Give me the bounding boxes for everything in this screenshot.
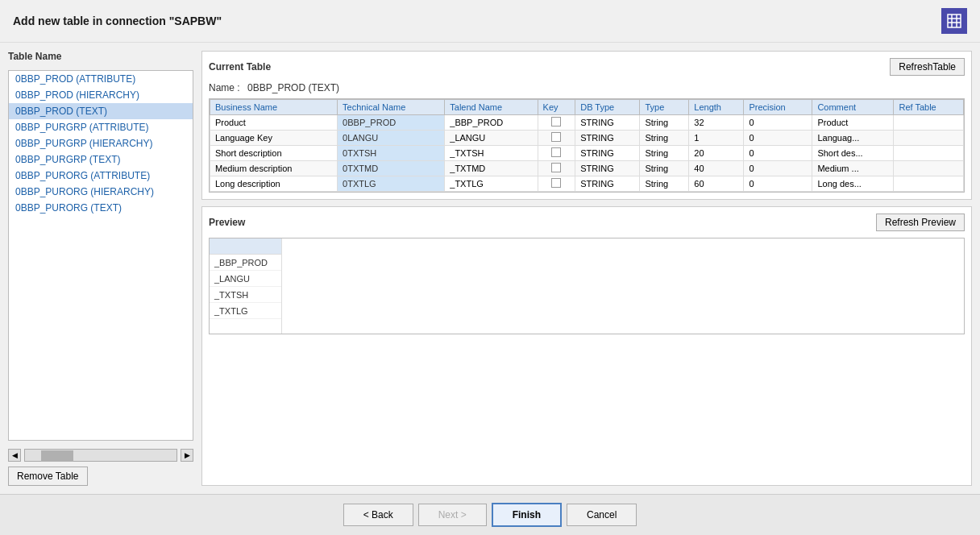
table-cell: 0TXTMD bbox=[338, 161, 445, 176]
table-list-item[interactable]: 0BBP_PROD (ATTRIBUTE) bbox=[9, 71, 193, 87]
table-cell: 0 bbox=[744, 146, 812, 161]
table-cell: 1 bbox=[689, 131, 744, 146]
table-cell: STRING bbox=[575, 176, 640, 192]
preview-col-header bbox=[210, 238, 281, 255]
table-row: Product0BBP_PROD_BBP_PRODSTRINGString320… bbox=[210, 115, 964, 131]
table-list-item[interactable]: 0BBP_PURGRP (ATTRIBUTE) bbox=[9, 119, 193, 135]
column-header: Key bbox=[538, 100, 575, 115]
table-cell: _BBP_PROD bbox=[445, 115, 538, 131]
table-cell: String bbox=[640, 146, 689, 161]
scroll-right-arrow[interactable]: ▶ bbox=[181, 449, 193, 462]
remove-table-button[interactable]: Remove Table bbox=[8, 467, 88, 486]
table-cell: Languag... bbox=[812, 131, 894, 146]
table-cell: String bbox=[640, 176, 689, 192]
cancel-button[interactable]: Cancel bbox=[567, 504, 637, 526]
refresh-table-button[interactable]: RefreshTable bbox=[890, 58, 965, 76]
table-cell: _TXTMD bbox=[445, 161, 538, 176]
table-cell: Language Key bbox=[210, 131, 338, 146]
scroll-track bbox=[24, 449, 177, 462]
column-header: DB Type bbox=[575, 100, 640, 115]
table-row: Short description0TXTSH_TXTSHSTRINGStrin… bbox=[210, 146, 964, 161]
table-icon bbox=[941, 8, 967, 34]
preview-area: _BBP_PROD_LANGU_TXTSH_TXTLG bbox=[209, 238, 965, 334]
table-scroll-wrapper: Business NameTechnical NameTalend NameKe… bbox=[209, 98, 965, 193]
next-button: Next > bbox=[418, 504, 487, 526]
table-cell: _TXTLG bbox=[445, 176, 538, 192]
back-button[interactable]: < Back bbox=[343, 504, 413, 526]
table-row: Long description0TXTLG_TXTLGSTRINGString… bbox=[210, 176, 964, 192]
table-cell: 0 bbox=[744, 161, 812, 176]
preview-row-label: _TXTSH bbox=[210, 287, 281, 303]
table-cell: 40 bbox=[689, 161, 744, 176]
table-cell: String bbox=[640, 115, 689, 131]
scroll-left-arrow[interactable]: ◀ bbox=[8, 449, 21, 462]
table-cell: 60 bbox=[689, 176, 744, 192]
scrollbar: ◀ ▶ bbox=[8, 449, 193, 462]
column-header: Talend Name bbox=[445, 100, 538, 115]
refresh-preview-button[interactable]: Refresh Preview bbox=[876, 214, 965, 231]
table-cell: Product bbox=[812, 115, 894, 131]
table-list-item[interactable]: 0BBP_PROD (TEXT) bbox=[9, 103, 193, 119]
table-cell bbox=[894, 115, 964, 131]
table-list-item[interactable]: 0BBP_PURORG (HIERARCHY) bbox=[9, 184, 193, 200]
key-checkbox[interactable] bbox=[551, 132, 561, 142]
table-cell bbox=[894, 161, 964, 176]
table-cell bbox=[894, 176, 964, 192]
table-cell: 32 bbox=[689, 115, 744, 131]
right-panel: Current Table RefreshTable Name : 0BBP_P… bbox=[201, 51, 972, 486]
table-list-item[interactable]: 0BBP_PROD (HIERARCHY) bbox=[9, 87, 193, 103]
table-cell: Long description bbox=[210, 176, 338, 192]
table-cell: Short description bbox=[210, 146, 338, 161]
svg-rect-0 bbox=[948, 15, 961, 27]
table-cell: 0 bbox=[744, 176, 812, 192]
table-cell: 0LANGU bbox=[338, 131, 445, 146]
key-checkbox[interactable] bbox=[551, 178, 561, 188]
current-table-section: Current Table RefreshTable Name : 0BBP_P… bbox=[201, 51, 972, 200]
table-name-label: Table Name bbox=[8, 51, 193, 62]
table-cell: 0TXTSH bbox=[338, 146, 445, 161]
table-row: Medium description0TXTMD_TXTMDSTRINGStri… bbox=[210, 161, 964, 176]
table-cell bbox=[538, 161, 575, 176]
table-row: Language Key0LANGU_LANGUSTRINGString10La… bbox=[210, 131, 964, 146]
table-cell: STRING bbox=[575, 131, 640, 146]
column-header: Type bbox=[640, 100, 689, 115]
table-list-item[interactable]: 0BBP_PURGRP (TEXT) bbox=[9, 151, 193, 168]
table-cell: String bbox=[640, 131, 689, 146]
table-cell bbox=[538, 146, 575, 161]
table-list-item[interactable]: 0BBP_PURORG (TEXT) bbox=[9, 200, 193, 216]
main-content: Table Name 0BBP_PROD (ATTRIBUTE)0BBP_PRO… bbox=[0, 43, 980, 494]
column-header: Precision bbox=[744, 100, 812, 115]
table-list: 0BBP_PROD (ATTRIBUTE)0BBP_PROD (HIERARCH… bbox=[8, 70, 193, 441]
title-bar: Add new table in connection "SAPBW" bbox=[0, 0, 980, 43]
scroll-thumb bbox=[41, 450, 73, 462]
finish-button[interactable]: Finish bbox=[492, 503, 562, 527]
table-cell: Medium ... bbox=[812, 161, 894, 176]
table-cell bbox=[894, 131, 964, 146]
column-header: Technical Name bbox=[338, 100, 445, 115]
table-cell bbox=[538, 131, 575, 146]
table-list-item[interactable]: 0BBP_PURGRP (HIERARCHY) bbox=[9, 135, 193, 151]
table-cell bbox=[538, 176, 575, 192]
preview-section: Preview Refresh Preview _BBP_PROD_LANGU_… bbox=[201, 206, 972, 486]
key-checkbox[interactable] bbox=[551, 147, 561, 157]
preview-title: Preview bbox=[209, 217, 245, 228]
columns-table: Business NameTechnical NameTalend NameKe… bbox=[210, 99, 964, 192]
table-cell: 0TXTLG bbox=[338, 176, 445, 192]
column-header: Business Name bbox=[210, 100, 338, 115]
preview-row-label: _BBP_PROD bbox=[210, 255, 281, 271]
table-cell: STRING bbox=[575, 115, 640, 131]
table-cell: _LANGU bbox=[445, 131, 538, 146]
key-checkbox[interactable] bbox=[551, 163, 561, 172]
table-cell: Long des... bbox=[812, 176, 894, 192]
table-cell: String bbox=[640, 161, 689, 176]
table-cell: 20 bbox=[689, 146, 744, 161]
table-list-item[interactable]: 0BBP_PURORG (ATTRIBUTE) bbox=[9, 168, 193, 184]
table-cell: 0BBP_PROD bbox=[338, 115, 445, 131]
table-cell: 0 bbox=[744, 131, 812, 146]
current-table-header: Current Table RefreshTable bbox=[209, 58, 965, 76]
table-cell: _TXTSH bbox=[445, 146, 538, 161]
left-panel: Table Name 0BBP_PROD (ATTRIBUTE)0BBP_PRO… bbox=[8, 51, 193, 486]
key-checkbox[interactable] bbox=[551, 117, 561, 126]
current-table-name: Name : 0BBP_PROD (TEXT) bbox=[209, 82, 965, 93]
column-header: Length bbox=[689, 100, 744, 115]
